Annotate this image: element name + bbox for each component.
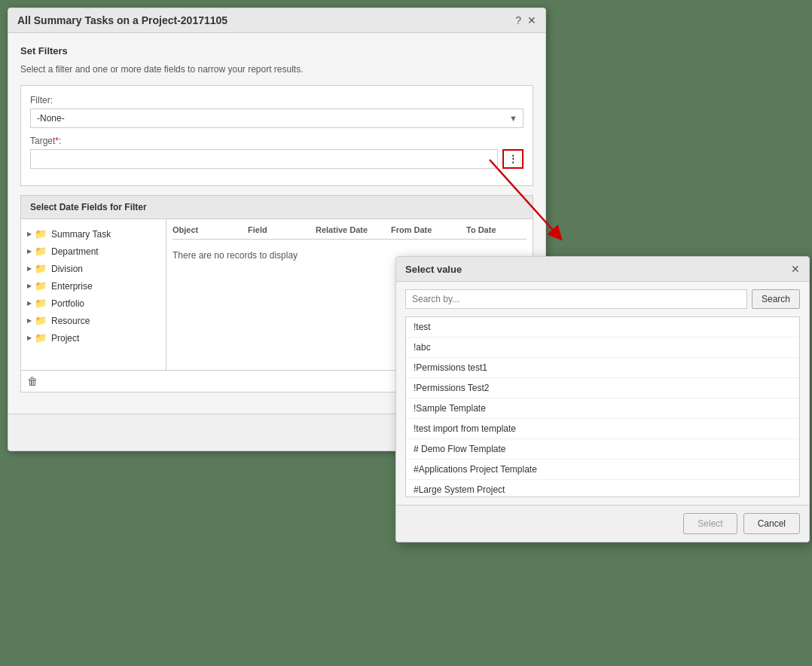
tree-item-enterprise[interactable]: ▶ 📁 Enterprise xyxy=(21,277,166,295)
filter-label: Filter: xyxy=(30,95,524,105)
expand-arrow-icon: ▶ xyxy=(27,231,32,237)
tree-item-department[interactable]: ▶ 📁 Department xyxy=(21,243,166,260)
col-header-fromdate: From Date xyxy=(391,225,466,234)
sv-list[interactable]: !test !abc !Permissions test1 !Permissio… xyxy=(405,316,800,497)
tree-item-portfolio[interactable]: ▶ 📁 Portfolio xyxy=(21,295,166,312)
delete-button[interactable]: 🗑 xyxy=(27,375,38,387)
expand-arrow-icon: ▶ xyxy=(27,317,32,324)
sv-titlebar: Select value ✕ xyxy=(396,257,809,282)
filter-field-row: Filter: -None- ▼ xyxy=(30,95,524,128)
description-text: Select a filter and one or more date fie… xyxy=(20,64,533,75)
help-icon[interactable]: ? xyxy=(515,14,521,26)
col-header-object: Object xyxy=(172,225,248,234)
select-value-dialog: Select value ✕ Search !test !abc !Permis… xyxy=(395,256,810,542)
tree-item-resource[interactable]: ▶ 📁 Resource xyxy=(21,312,166,329)
expand-arrow-icon: ▶ xyxy=(27,265,32,272)
select-button[interactable]: Select xyxy=(683,513,737,534)
col-header-reldate: Relative Date xyxy=(316,225,391,234)
expand-arrow-icon: ▶ xyxy=(27,300,32,307)
sv-search-input[interactable] xyxy=(405,289,747,309)
filter-dropdown[interactable]: -None- xyxy=(30,108,524,128)
sv-search-row: Search xyxy=(405,289,800,309)
folder-icon: 📁 xyxy=(35,298,47,309)
col-header-todate: To Date xyxy=(466,225,527,234)
list-item[interactable]: #Applications Project Template xyxy=(406,460,799,480)
tree-panel: ▶ 📁 Summary Task ▶ 📁 Department ▶ 📁 Divi… xyxy=(21,219,166,370)
main-dialog-title: All Summary Tasks on a Project-20171105 xyxy=(17,14,227,26)
table-header-row: Object Field Relative Date From Date To … xyxy=(172,225,527,240)
sv-title: Select value xyxy=(405,264,462,275)
close-main-dialog-icon[interactable]: ✕ xyxy=(527,14,536,26)
folder-icon: 📁 xyxy=(35,332,47,344)
list-item[interactable]: !test import from template xyxy=(406,419,799,439)
sv-search-button[interactable]: Search xyxy=(752,289,800,309)
filter-section: Filter: -None- ▼ Target*: ⋮ xyxy=(20,85,533,186)
date-fields-header: Select Date Fields for Filter xyxy=(21,196,533,219)
filter-select-wrapper: -None- ▼ xyxy=(30,108,524,128)
folder-icon: 📁 xyxy=(35,280,47,292)
list-item[interactable]: !Permissions Test2 xyxy=(406,378,799,399)
folder-icon: 📁 xyxy=(35,315,47,326)
target-label: Target*: xyxy=(30,136,524,146)
list-item[interactable]: # Demo Flow Template xyxy=(406,439,799,460)
expand-arrow-icon: ▶ xyxy=(27,335,32,341)
sv-close-icon[interactable]: ✕ xyxy=(791,263,800,275)
list-item[interactable]: !Permissions test1 xyxy=(406,358,799,378)
sv-body: Search !test !abc !Permissions test1 !Pe… xyxy=(396,282,809,505)
target-picker-button[interactable]: ⋮ xyxy=(502,149,524,169)
title-icons: ? ✕ xyxy=(515,14,536,26)
set-filters-label: Set Filters xyxy=(20,45,533,57)
list-item[interactable]: #Large System Project xyxy=(406,480,799,497)
list-item[interactable]: !abc xyxy=(406,338,799,358)
main-dialog-titlebar: All Summary Tasks on a Project-20171105 … xyxy=(8,8,545,33)
tree-item-division[interactable]: ▶ 📁 Division xyxy=(21,260,166,277)
folder-icon: 📁 xyxy=(35,263,47,274)
target-field-row: Target*: ⋮ xyxy=(30,136,524,169)
list-item[interactable]: !test xyxy=(406,317,799,338)
expand-arrow-icon: ▶ xyxy=(27,283,32,289)
tree-item-summary-task[interactable]: ▶ 📁 Summary Task xyxy=(21,225,166,243)
target-input[interactable] xyxy=(30,149,498,169)
tree-item-project[interactable]: ▶ 📁 Project xyxy=(21,329,166,347)
target-input-row: ⋮ xyxy=(30,149,524,169)
col-header-field: Field xyxy=(248,225,316,234)
sv-footer: Select Cancel xyxy=(396,505,809,542)
list-item[interactable]: !Sample Template xyxy=(406,399,799,419)
folder-icon: 📁 xyxy=(35,246,47,257)
expand-arrow-icon: ▶ xyxy=(27,248,32,255)
cancel-button[interactable]: Cancel xyxy=(743,513,800,534)
folder-icon: 📁 xyxy=(35,228,47,240)
